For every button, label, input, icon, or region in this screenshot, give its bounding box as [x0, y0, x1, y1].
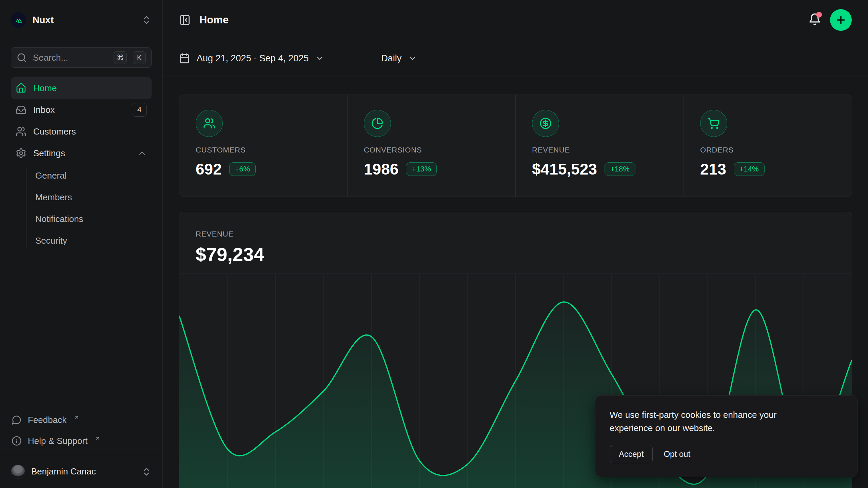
collapse-sidebar-button[interactable]: [179, 14, 191, 26]
cookie-message: We use first-party cookies to enhance yo…: [610, 408, 820, 435]
search-icon: [17, 53, 27, 63]
revenue-chart-label: REVENUE: [196, 230, 835, 239]
sidebar-item-label: Inbox: [33, 105, 125, 115]
chevron-down-icon: [408, 54, 417, 63]
notification-dot: [816, 12, 822, 18]
notifications-button[interactable]: [808, 13, 821, 27]
opt-out-button[interactable]: Opt out: [659, 445, 695, 463]
users-icon: [16, 126, 26, 137]
settings-subnav: General Members Notifications Security: [11, 165, 152, 251]
stat-delta-badge: +14%: [734, 162, 765, 176]
external-link-arrow-icon: [94, 435, 101, 442]
granularity-select[interactable]: Daily: [381, 53, 417, 64]
stat-delta-badge: +18%: [605, 162, 635, 176]
page-title: Home: [199, 14, 229, 26]
stat-value: $415,523: [532, 160, 597, 178]
stat-label: CUSTOMERS: [196, 146, 331, 155]
pie-chart-icon: [364, 110, 391, 137]
external-link-arrow-icon: [73, 414, 80, 421]
sidebar-item-general[interactable]: General: [35, 165, 152, 186]
stat-value: 213: [700, 160, 726, 178]
kbd-meta: ⌘: [114, 51, 127, 64]
filters-toolbar: Aug 21, 2025 - Sep 4, 2025 Daily: [163, 40, 868, 77]
stats-card: CUSTOMERS 692 +6% CONVERSIONS 1986 +13%: [179, 95, 852, 197]
chevron-up-icon: [137, 148, 147, 158]
settings-gear-icon: [16, 148, 26, 159]
sidebar-item-home[interactable]: Home: [11, 77, 152, 99]
chevrons-up-down-icon: [141, 467, 152, 477]
stat-conversions[interactable]: CONVERSIONS 1986 +13%: [347, 95, 515, 197]
user-avatar: [11, 465, 25, 479]
stat-value: 692: [196, 160, 222, 178]
cookie-banner: We use first-party cookies to enhance yo…: [595, 395, 857, 477]
search-input[interactable]: Search... ⌘ K: [11, 47, 152, 68]
sidebar-item-label: Home: [33, 83, 147, 94]
feedback-link[interactable]: Feedback: [11, 409, 152, 430]
search-placeholder: Search...: [33, 53, 107, 63]
message-circle-icon: [12, 415, 22, 425]
stat-label: CONVERSIONS: [364, 146, 499, 155]
date-range-picker[interactable]: Aug 21, 2025 - Sep 4, 2025: [179, 53, 324, 64]
sidebar-item-label: Settings: [33, 148, 131, 159]
workspace-name: Nuxt: [33, 15, 135, 25]
stat-customers[interactable]: CUSTOMERS 692 +6%: [179, 95, 347, 197]
cookie-actions: Accept Opt out: [610, 445, 843, 463]
sidebar-item-security[interactable]: Security: [35, 230, 152, 251]
feedback-label: Feedback: [28, 415, 66, 425]
chevrons-up-down-icon: [141, 15, 152, 25]
sidebar-footer: Feedback Help & Support: [0, 409, 162, 455]
date-range-value: Aug 21, 2025 - Sep 4, 2025: [197, 53, 309, 64]
add-button[interactable]: [830, 9, 852, 31]
help-support-link[interactable]: Help & Support: [11, 430, 152, 451]
sidebar-item-settings[interactable]: Settings: [11, 142, 152, 164]
dollar-circle-icon: [532, 110, 559, 137]
users-icon: [196, 110, 223, 137]
stat-delta-badge: +6%: [229, 162, 256, 176]
shopping-cart-icon: [700, 110, 727, 137]
workspace-switcher[interactable]: Nuxt: [0, 0, 162, 40]
inbox-icon: [16, 104, 26, 115]
chevron-down-icon: [315, 54, 324, 63]
sidebar-item-inbox[interactable]: Inbox 4: [11, 99, 152, 121]
stat-label: ORDERS: [700, 146, 835, 155]
page-header: Home: [163, 0, 868, 40]
info-circle-icon: [12, 436, 22, 446]
sidebar-spacer: [0, 251, 162, 409]
nuxt-logo-icon: [11, 12, 26, 28]
sidebar-item-customers[interactable]: Customers: [11, 121, 152, 142]
stat-delta-badge: +13%: [406, 162, 437, 176]
inbox-count-badge: 4: [132, 103, 147, 117]
help-support-label: Help & Support: [28, 436, 87, 446]
user-menu[interactable]: Benjamin Canac: [0, 455, 162, 488]
calendar-icon: [179, 53, 190, 64]
app-root: Nuxt Search... ⌘ K Home: [0, 0, 868, 488]
stat-orders[interactable]: ORDERS 213 +14%: [684, 95, 852, 197]
sidebar-nav: Home Inbox 4 Customers Settings: [0, 77, 162, 251]
sidebar-item-members[interactable]: Members: [35, 186, 152, 208]
revenue-chart-value: $79,234: [196, 243, 835, 265]
home-icon: [16, 83, 26, 94]
revenue-chart-header: REVENUE $79,234: [179, 212, 852, 273]
accept-button[interactable]: Accept: [610, 445, 653, 463]
sidebar: Nuxt Search... ⌘ K Home: [0, 0, 163, 488]
plus-icon: [835, 14, 847, 26]
stat-revenue[interactable]: REVENUE $415,523 +18%: [515, 95, 684, 197]
stat-value: 1986: [364, 160, 398, 178]
sidebar-item-label: Customers: [33, 126, 147, 137]
kbd-k: K: [133, 51, 146, 64]
granularity-value: Daily: [381, 53, 401, 64]
sidebar-item-notifications[interactable]: Notifications: [35, 208, 152, 230]
user-name: Benjamin Canac: [31, 466, 135, 477]
stat-label: REVENUE: [532, 146, 667, 155]
